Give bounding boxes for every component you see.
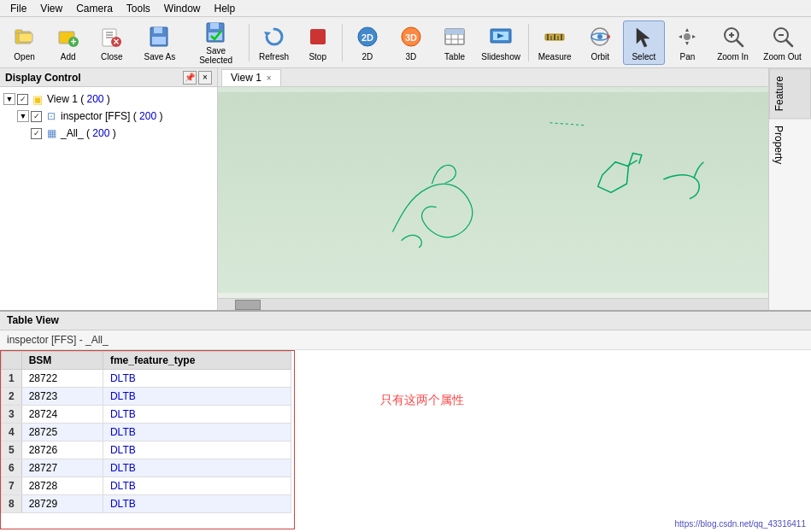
view-canvas[interactable] [218, 87, 768, 298]
row-num-6: 6 [2, 459, 22, 477]
menu-file[interactable]: File [3, 1, 33, 16]
row-num-8: 8 [2, 495, 22, 513]
cell-bsm-4: 28725 [21, 424, 103, 441]
col-bsm: BSM [21, 352, 103, 370]
tree-area: ▼ ▣ View 1 ( 200 ) ▼ ⊡ inspector [FFS] (… [0, 87, 217, 310]
display-control-header: Display Control 📌 × [0, 68, 217, 87]
table-row[interactable]: 3 28724 DLTB [2, 406, 291, 424]
open-button[interactable]: Open [3, 20, 45, 65]
tree-item-all[interactable]: ▦ _All_ ( 200 ) [31, 125, 214, 142]
row-num-4: 4 [2, 424, 22, 441]
close-file-button[interactable]: × Close [91, 20, 132, 65]
save-as-icon [146, 23, 173, 50]
table-icon [441, 23, 468, 50]
tree-item-view1[interactable]: ▼ ▣ View 1 ( 200 ) [3, 91, 214, 108]
view-tab-1[interactable]: View 1 × [221, 69, 281, 86]
row-num-3: 3 [2, 406, 22, 424]
view-tab-bar: View 1 × [218, 68, 768, 87]
table-row[interactable]: 1 28722 DLTB [2, 370, 291, 388]
cell-bsm-5: 28726 [21, 441, 103, 459]
cell-bsm-2: 28723 [21, 388, 103, 406]
add-icon: + [55, 23, 82, 50]
cell-type-6: DLTB [103, 459, 291, 477]
orbit-button[interactable]: Orbit [579, 20, 621, 65]
svg-rect-29 [445, 29, 464, 34]
svg-line-46 [737, 40, 743, 46]
cell-type-4: DLTB [103, 424, 291, 441]
menu-window[interactable]: Window [157, 1, 208, 16]
scroll-thumb-h[interactable] [235, 300, 261, 310]
table-row[interactable]: 4 28725 DLTB [2, 424, 291, 441]
tree-checkbox-view1[interactable] [17, 94, 28, 105]
cell-bsm-1: 28722 [21, 370, 103, 388]
measure-button[interactable]: Measure [532, 20, 578, 65]
svg-rect-52 [218, 92, 768, 293]
menu-bar: File View Camera Tools Window Help [0, 0, 811, 17]
data-table: BSM fme_feature_type 1 28722 DLTB 2 2872… [1, 351, 291, 513]
menu-tools[interactable]: Tools [120, 1, 157, 16]
col-type: fme_feature_type [103, 352, 291, 370]
cell-bsm-7: 28728 [21, 477, 103, 495]
zoom-in-icon [720, 23, 747, 50]
feature-tab[interactable]: Feature [769, 68, 811, 119]
svg-text:×: × [113, 36, 119, 48]
zoom-in-button[interactable]: Zoom In [710, 20, 755, 65]
refresh-button[interactable]: Refresh [253, 20, 295, 65]
save-selected-button[interactable]: Save Selected [186, 20, 245, 65]
view-tab-close[interactable]: × [267, 73, 272, 83]
col-row-num [2, 352, 22, 370]
svg-rect-16 [210, 23, 219, 29]
2d-icon: 2D [354, 23, 381, 50]
tree-expand-inspector[interactable]: ▼ [17, 110, 29, 122]
table-row[interactable]: 6 28727 DLTB [2, 459, 291, 477]
select-icon [630, 23, 657, 50]
slideshow-button[interactable]: Slideshow [478, 20, 525, 65]
svg-point-42 [607, 35, 610, 38]
toolbar-separator-2 [342, 24, 343, 61]
3d-icon: 3D [397, 23, 425, 50]
toolbar-separator-1 [249, 24, 250, 61]
tree-checkbox-all[interactable] [31, 128, 42, 139]
tree-label-inspector: inspector [FFS] ( 200 ) [61, 110, 162, 122]
table-row[interactable]: 5 28726 DLTB [2, 441, 291, 459]
feature-content: Property [769, 119, 811, 310]
measure-icon [541, 23, 568, 50]
save-as-button[interactable]: Save As [134, 20, 185, 65]
view-scrollbar-h[interactable] [218, 298, 768, 310]
tree-checkbox-inspector[interactable] [31, 111, 42, 122]
menu-camera[interactable]: Camera [69, 1, 120, 16]
menu-help[interactable]: Help [208, 1, 243, 16]
table-button[interactable]: Table [434, 20, 476, 65]
stop-button[interactable]: Stop [297, 20, 338, 65]
folder-icon-view1: ▣ [31, 92, 44, 106]
add-button[interactable]: + Add [47, 20, 89, 65]
zoom-out-icon [769, 23, 796, 50]
select-button[interactable]: Select [623, 20, 665, 65]
panel-pin-button[interactable]: 📌 [183, 71, 197, 85]
cell-type-3: DLTB [103, 406, 291, 424]
watermark: https://blog.csdn.net/qq_43316411 [675, 519, 806, 529]
svg-rect-13 [154, 27, 162, 33]
zoom-out-button[interactable]: Zoom Out [757, 20, 808, 65]
tree-expand-view1[interactable]: ▼ [3, 93, 15, 105]
panel-close-button[interactable]: × [198, 71, 212, 85]
3d-button[interactable]: 3D 3D [390, 20, 432, 65]
pan-button[interactable]: Pan [667, 20, 708, 65]
table-row[interactable]: 2 28723 DLTB [2, 388, 291, 406]
cell-type-7: DLTB [103, 477, 291, 495]
feature-panel: Feature Property [768, 68, 811, 310]
panel-controls: 📌 × [183, 71, 212, 85]
2d-button[interactable]: 2D 2D [346, 20, 388, 65]
cell-bsm-8: 28729 [21, 495, 103, 513]
tree-item-inspector[interactable]: ▼ ⊡ inspector [FFS] ( 200 ) [17, 108, 214, 125]
table-row[interactable]: 7 28728 DLTB [2, 477, 291, 495]
svg-point-41 [597, 34, 602, 39]
cell-type-5: DLTB [103, 441, 291, 459]
property-tab[interactable]: Property [769, 119, 788, 171]
svg-text:3D: 3D [405, 32, 417, 43]
row-num-7: 7 [2, 477, 22, 495]
menu-view[interactable]: View [33, 1, 69, 16]
tree-label-all: _All_ ( 200 ) [61, 127, 116, 139]
table-row[interactable]: 8 28729 DLTB [2, 495, 291, 513]
cell-type-8: DLTB [103, 495, 291, 513]
